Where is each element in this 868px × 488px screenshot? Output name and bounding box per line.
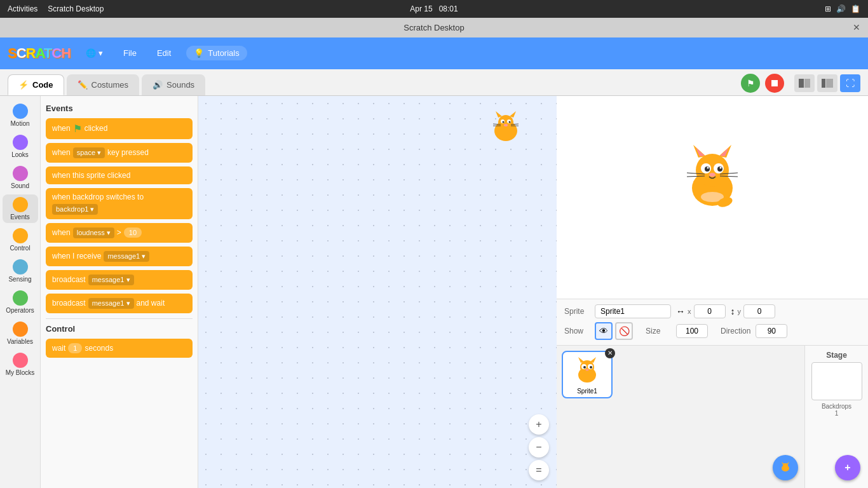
loudness-dropdown[interactable]: loudness ▾ (73, 227, 114, 238)
operators-dot (13, 290, 28, 306)
size-input[interactable] (676, 324, 708, 338)
code-area-controls: + − = (529, 414, 549, 480)
add-backdrop-icon: + (841, 461, 854, 474)
sprite-close-button[interactable]: ✕ (605, 348, 615, 358)
category-sound[interactable]: Sound (3, 163, 38, 192)
when-sprite-label: when this sprite clicked (52, 171, 130, 180)
key-dropdown[interactable]: space ▾ (73, 147, 105, 158)
code-area[interactable]: + − = (198, 96, 557, 488)
svg-rect-0 (771, 80, 778, 86)
add-backdrop-button[interactable]: + (835, 455, 860, 480)
svg-rect-3 (826, 79, 833, 88)
tab-sounds[interactable]: 🔊 Sounds (142, 74, 205, 95)
tutorials-button[interactable]: 💡 Tutorials (186, 46, 247, 60)
show-visible-button[interactable]: 👁 (595, 322, 613, 340)
divider (46, 318, 193, 319)
scratch-logo: SCRATCH (8, 45, 71, 62)
block-when-sprite-clicked[interactable]: when this sprite clicked (46, 166, 193, 184)
looks-label: Looks (11, 151, 29, 158)
backdrop-dropdown[interactable]: backdrop1 ▾ (52, 204, 98, 215)
bulb-icon: 💡 (194, 48, 204, 58)
motion-dot (13, 104, 28, 119)
sprite-preview-in-code (487, 109, 525, 149)
sprite-name-input[interactable] (595, 304, 671, 318)
green-flag-button[interactable]: ⚑ (741, 74, 760, 93)
fit-button[interactable]: = (529, 460, 549, 480)
category-myblocks[interactable]: My Blocks (3, 350, 38, 379)
direction-text-label: Direction (721, 327, 750, 336)
normal-stage-button[interactable] (817, 74, 837, 92)
globe-button[interactable]: 🌐 ▾ (81, 46, 108, 60)
zoom-out-button[interactable]: − (529, 437, 549, 458)
events-section-title: Events (46, 104, 193, 113)
sprite-thumb-cat (571, 355, 603, 386)
x-arrows-icon: ↔ (676, 306, 685, 316)
fullscreen-button[interactable]: ⛶ (840, 74, 860, 92)
file-menu[interactable]: File (118, 46, 142, 60)
sys-icon-1: ⊞ (825, 4, 831, 13)
tab-controls: ⚑ ⛶ (741, 74, 860, 93)
category-variables[interactable]: Variables (3, 319, 38, 348)
loudness-value[interactable]: 10 (124, 227, 142, 238)
sound-dot (13, 166, 28, 181)
svg-text:+: + (844, 462, 850, 473)
block-when-backdrop-switches[interactable]: when backdrop switches to backdrop1 ▾ (46, 188, 193, 219)
stop-button[interactable] (765, 74, 784, 93)
category-operators[interactable]: Operators (3, 288, 38, 316)
y-coord: ↕ y (731, 304, 776, 318)
block-broadcast[interactable]: broadcast message1 ▾ (46, 270, 193, 290)
y-input[interactable] (743, 304, 775, 318)
broadcast-wait-dropdown[interactable]: message1 ▾ (88, 298, 134, 309)
category-events[interactable]: Events (3, 194, 38, 223)
add-sprite-icon (779, 461, 792, 474)
broadcast-dropdown[interactable]: message1 ▾ (88, 274, 134, 285)
broadcast-wait-label: broadcast (52, 299, 86, 308)
svg-marker-7 (496, 111, 502, 118)
stage-title-label: Stage (826, 351, 847, 360)
svg-point-6 (498, 115, 513, 130)
system-bar-right: ⊞ 🔊 📋 (825, 4, 860, 13)
sprite-name-row: Sprite ↔ x ↕ y (564, 304, 860, 318)
tab-costumes[interactable]: ✏️ Costumes (67, 74, 140, 95)
category-looks[interactable]: Looks (3, 132, 38, 161)
tab-code[interactable]: ⚡ Code (8, 74, 64, 95)
key-pressed-label: key pressed (107, 148, 149, 157)
message-receive-dropdown[interactable]: message1 ▾ (104, 251, 149, 262)
date-label: Apr 15 (410, 4, 432, 13)
and-wait-label: and wait (137, 299, 165, 308)
x-input[interactable] (694, 304, 726, 318)
close-button[interactable]: ✕ (850, 21, 863, 34)
block-wait-seconds[interactable]: wait 1 seconds (46, 339, 193, 358)
svg-point-29 (720, 167, 722, 169)
x-label: x (688, 308, 691, 315)
sprites-section: ✕ Sprite1 (557, 346, 868, 488)
add-sprite-button[interactable] (773, 455, 798, 480)
show-hidden-button[interactable]: 🚫 (615, 322, 633, 340)
sprite-text-label: Sprite (564, 307, 590, 316)
sprite-thumbnail-sprite1[interactable]: ✕ Sprite1 (562, 351, 613, 398)
category-sensing[interactable]: Sensing (3, 257, 38, 285)
app-name-label[interactable]: Scratch Desktop (48, 4, 104, 13)
wait-value[interactable]: 1 (68, 343, 82, 353)
stage-canvas (557, 96, 868, 299)
category-motion[interactable]: Motion (3, 101, 38, 130)
small-stage-button[interactable] (794, 74, 815, 92)
sensing-label: Sensing (8, 276, 31, 283)
when-label: when (52, 124, 71, 133)
category-control[interactable]: Control (3, 226, 38, 254)
block-when-loudness[interactable]: when loudness ▾ > 10 (46, 223, 193, 243)
stage-thumbnail[interactable] (811, 362, 862, 400)
block-when-receive[interactable]: when I receive message1 ▾ (46, 247, 193, 266)
y-arrows-icon: ↕ (731, 306, 735, 316)
block-broadcast-wait[interactable]: broadcast message1 ▾ and wait (46, 294, 193, 313)
block-when-key-pressed[interactable]: when space ▾ key pressed (46, 143, 193, 163)
main-content: Motion Looks Sound Events Control Sensin… (0, 96, 868, 488)
when-receive-label: when I receive (52, 252, 101, 261)
edit-menu[interactable]: Edit (152, 46, 176, 60)
block-when-flag-clicked[interactable]: when ⚑ clicked (46, 118, 193, 139)
zoom-in-button[interactable]: + (529, 414, 549, 435)
activities-label[interactable]: Activities (8, 4, 37, 13)
stage-cat-sprite (674, 139, 750, 215)
sys-icon-2: 🔊 (836, 4, 846, 13)
direction-input[interactable] (756, 324, 787, 338)
